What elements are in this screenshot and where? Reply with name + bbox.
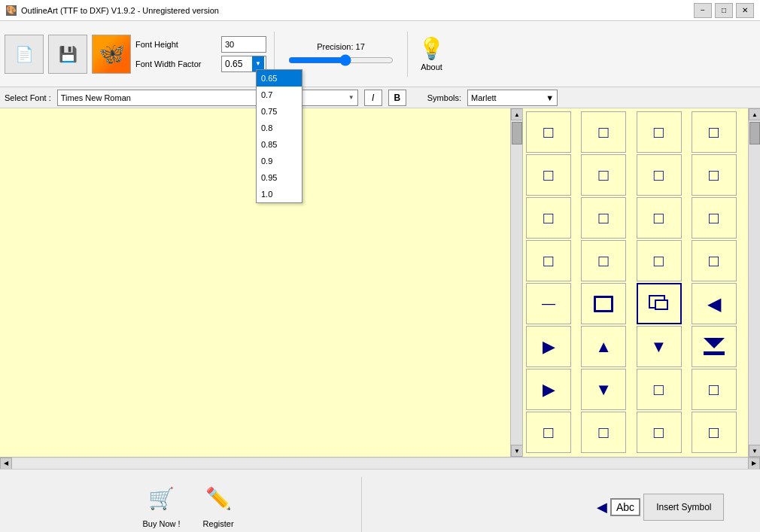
hscroll-left-arrow[interactable]: ◀ [0,458,12,470]
svg-marker-6 [704,338,725,348]
bottom-left: 🛒 Buy Now ! ✏️ Register [0,486,361,528]
symbol-cell[interactable]: □ [692,197,737,239]
buy-now-button[interactable]: 🛒 Buy Now ! [142,486,180,528]
open-icon: 💾 [59,45,78,63]
symbol-cell-box1[interactable] [581,283,626,324]
maximize-button[interactable]: □ [715,3,733,18]
vscroll-up-arrow[interactable]: ▲ [511,108,523,120]
symbol-cell-dash[interactable]: — [526,283,571,324]
butterfly-icon: 🦋 [92,35,131,74]
font-height-row: Font Height [135,36,266,53]
symbol-cell-down2[interactable]: ▼ [581,369,626,410]
symbol-cell-down-solid[interactable]: ▼ [637,326,682,367]
close-button[interactable]: ✕ [736,3,754,18]
symbol-cell[interactable]: □ [637,111,682,153]
title-bar: 🎨 OutlineArt (TTF to DXF) V1.9.2 - Unreg… [0,0,760,21]
symbol-cell-r8c3[interactable]: □ [637,412,682,453]
symbol-cell-right-solid[interactable]: ▶ [526,326,571,367]
font-select-dropdown[interactable]: Times New Roman ▼ [57,90,358,106]
symbols-label: Symbols: [427,93,461,102]
symbol-cell-left-arrow[interactable]: ◀ [692,283,737,324]
font-width-value: 0.65 [225,59,242,69]
symbol-cell[interactable]: □ [692,111,737,153]
dropdown-item-09[interactable]: 0.9 [257,153,302,169]
symbol-cell-outline2[interactable]: □ [692,369,737,410]
symbol-cell[interactable]: □ [692,240,737,281]
font-selector-bar: Select Font : Times New Roman ▼ I B Symb… [0,87,760,108]
font-width-row: Font Width Factor 0.65 ▼ [135,56,266,72]
hscroll-right-arrow[interactable]: ▶ [748,458,760,470]
symbol-cell[interactable]: □ [581,154,626,196]
symbol-vscroll-up[interactable]: ▲ [749,108,760,120]
selected-font: Times New Roman [61,93,131,102]
insert-symbol-button[interactable]: Insert Symbol [643,494,724,521]
new-button[interactable]: 📄 [5,35,44,74]
symbol-cell-up-solid[interactable]: ▲ [581,326,626,367]
symbol-vscroll[interactable]: ▲ ▼ [748,108,760,457]
symbol-cell[interactable]: □ [526,111,571,153]
about-label: About [421,62,442,71]
symbols-selected: Marlett [471,93,497,102]
play-icon: ◀ [597,499,607,515]
symbol-cell[interactable]: □ [581,240,626,281]
italic-button[interactable]: I [364,90,382,106]
about-button[interactable]: 💡 About [415,33,448,74]
symbol-cell[interactable]: □ [637,197,682,239]
symbol-cell[interactable]: □ [526,197,571,239]
symbol-cell-right2[interactable]: ▶ [526,369,571,410]
symbol-vscroll-thumb[interactable] [749,122,760,144]
symbol-cell[interactable]: □ [637,154,682,196]
dropdown-item-075[interactable]: 0.75 [257,103,302,120]
symbol-cell[interactable]: □ [581,111,626,153]
minimize-button[interactable]: − [694,3,712,18]
dropdown-item-095[interactable]: 0.95 [257,169,302,186]
symbols-dropdown[interactable]: Marlett ▼ [467,90,558,106]
dropdown-item-065[interactable]: 0.65 [257,70,302,87]
symbol-cell-outline1[interactable]: □ [637,369,682,410]
precision-slider[interactable] [288,54,394,66]
open-button[interactable]: 💾 [48,35,87,74]
svg-rect-7 [704,351,725,355]
symbol-cell[interactable]: □ [637,240,682,281]
font-width-label: Font Width Factor [135,59,218,68]
bottom-bar: 🛒 Buy Now ! ✏️ Register ◀ Abc Insert Sym… [0,469,760,532]
symbol-vscroll-down[interactable]: ▼ [749,445,760,457]
drawing-area[interactable] [0,108,510,457]
toolbar-divider2 [407,32,408,77]
register-icon: ✏️ [203,486,233,516]
drawing-vscroll[interactable]: ▲ ▼ [510,108,522,457]
vscroll-down-arrow[interactable]: ▼ [511,445,523,457]
symbol-cell-down-under[interactable] [692,326,737,367]
insert-symbol-label: Insert Symbol [656,502,711,512]
dropdown-item-085[interactable]: 0.85 [257,136,302,153]
precision-label: Precision: 17 [317,42,365,51]
symbol-cell-r8c2[interactable]: □ [581,412,626,453]
symbol-cell-r8c4[interactable]: □ [692,412,737,453]
dropdown-item-10[interactable]: 1.0 [257,186,302,202]
font-controls: Font Height Font Width Factor 0.65 ▼ [135,33,266,75]
bulb-icon: 💡 [418,36,445,61]
dropdown-item-08[interactable]: 0.8 [257,120,302,136]
hscroll-track [12,458,748,469]
toolbar: 📄 💾 🦋 Font Height Font Width Factor 0.65… [0,21,760,87]
register-label: Register [203,519,234,528]
buy-now-label: Buy Now ! [142,519,180,528]
vscroll-thumb[interactable] [512,122,522,144]
app-icon: 🎨 [6,5,17,16]
symbol-cell[interactable]: □ [692,154,737,196]
symbol-cell-r8c1[interactable]: □ [526,412,571,453]
register-button[interactable]: ✏️ Register [203,486,234,528]
font-height-input[interactable] [221,36,266,53]
symbol-cell[interactable]: □ [581,197,626,239]
bottom-right: ◀ Abc Insert Symbol [561,494,761,521]
select-font-label: Select Font : [5,93,51,102]
symbol-cell[interactable]: □ [526,154,571,196]
symbol-cell-box2[interactable] [637,283,682,324]
dropdown-item-07[interactable]: 0.7 [257,87,302,103]
buy-now-icon: 🛒 [147,486,177,516]
bold-button[interactable]: B [388,90,406,106]
symbol-cell[interactable]: □ [526,240,571,281]
app-title: OutlineArt (TTF to DXF) V1.9.2 - Unregis… [21,6,219,15]
precision-area: Precision: 17 [282,39,400,69]
h-scroll[interactable]: ◀ ▶ [0,457,760,469]
